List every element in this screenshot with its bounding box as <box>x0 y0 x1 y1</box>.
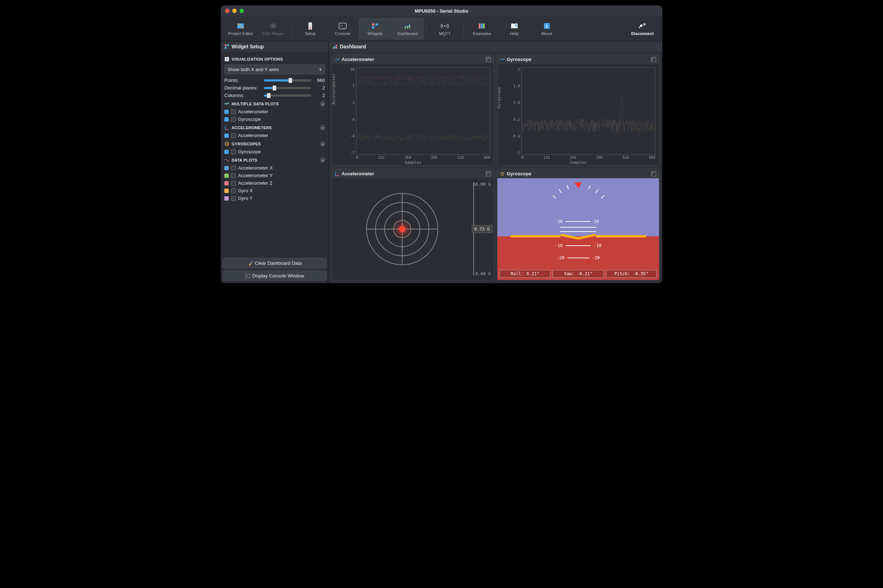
g-max-label: 16.00 G <box>472 182 491 187</box>
attitude-indicator: 1010 -10-10 -20-20 Roll: 0.21° Yaw: -0.2… <box>498 178 659 280</box>
axis-mode-dropdown[interactable]: Show both X and Y axes <box>224 64 325 74</box>
minimize-icon[interactable] <box>232 9 237 13</box>
pitch-mark <box>560 227 596 228</box>
points-slider-row: Points: 660 <box>221 76 328 84</box>
svg-text:>_: >_ <box>340 24 345 28</box>
broadcast-icon <box>440 22 450 30</box>
list-item[interactable]: Gyro X <box>221 187 328 194</box>
svg-line-34 <box>251 261 252 263</box>
g-value-readout: 0.73 G <box>472 225 492 233</box>
checkbox[interactable] <box>231 109 236 114</box>
card-header: Gyroscope <box>498 55 659 64</box>
disconnect-button[interactable]: Disconnect <box>626 18 659 40</box>
viz-options-header: VISUALIZATION OPTIONS <box>221 54 328 63</box>
color-swatch <box>224 189 229 193</box>
expand-icon[interactable] <box>651 57 656 62</box>
svg-rect-39 <box>336 45 337 49</box>
x-ticks: 0132264396528660 <box>521 156 655 160</box>
examples-button[interactable]: Examples <box>466 18 498 40</box>
display-console-button[interactable]: >_Display Console Window <box>223 270 327 281</box>
list-item[interactable]: Accelerometer Y <box>221 172 328 179</box>
wave-icon <box>224 158 229 162</box>
accelerometers-header: ACCELEROMETERS <box>221 123 328 132</box>
color-swatch <box>224 150 229 154</box>
checkbox[interactable] <box>231 196 236 201</box>
checkbox[interactable] <box>231 149 236 154</box>
expand-icon[interactable] <box>486 171 491 176</box>
separator <box>426 21 426 37</box>
about-button[interactable]: i About <box>531 18 563 40</box>
expand-icon[interactable] <box>486 57 491 62</box>
help-button[interactable]: Help <box>498 18 531 40</box>
terminal-icon: >_ <box>338 22 347 30</box>
color-swatch <box>224 110 229 114</box>
server-icon <box>306 22 315 30</box>
x-ticks: 0132264396528660 <box>356 156 490 160</box>
project-editor-button[interactable]: Project Editor <box>224 18 257 40</box>
checkbox[interactable] <box>231 117 236 122</box>
svg-line-23 <box>643 23 645 24</box>
mqtt-button[interactable]: MQTT <box>429 18 461 40</box>
svg-rect-16 <box>481 24 483 28</box>
color-swatch <box>224 166 229 170</box>
data-plots-header: DATA PLOTS <box>221 156 328 164</box>
visibility-toggle-icon[interactable] <box>320 158 325 163</box>
visibility-toggle-icon[interactable] <box>320 101 325 106</box>
zoom-icon[interactable] <box>240 9 244 13</box>
list-item[interactable]: Accelerometer Z <box>221 179 328 187</box>
checkbox[interactable] <box>231 166 236 171</box>
clear-dashboard-button[interactable]: Clear Dashboard Data <box>223 258 327 268</box>
setup-button[interactable]: Setup <box>294 18 327 40</box>
checkbox[interactable] <box>231 173 236 178</box>
svg-rect-10 <box>372 26 375 28</box>
list-item[interactable]: Accelerometer <box>221 132 328 139</box>
lines-icon <box>224 102 229 106</box>
decimals-slider[interactable] <box>264 87 311 89</box>
svg-text:i: i <box>546 24 547 29</box>
console-button[interactable]: >_ Console <box>327 18 359 40</box>
titlebar: MPU6050 - Serial Studio <box>221 5 662 16</box>
widgets-button[interactable]: Widgets <box>359 18 391 40</box>
checkbox[interactable] <box>231 188 236 194</box>
list-item[interactable]: Accelerometer <box>221 108 328 116</box>
points-slider[interactable] <box>264 80 311 81</box>
list-item[interactable]: Gyroscope <box>221 148 328 156</box>
pitch-mark: -20-20 <box>556 255 600 261</box>
svg-point-33 <box>225 143 229 145</box>
checkbox[interactable] <box>231 133 236 138</box>
csv-player-button[interactable]: CSV Player <box>257 18 289 40</box>
checkbox[interactable] <box>231 181 236 186</box>
columns-slider[interactable] <box>264 94 311 97</box>
sidebar-scroll[interactable]: VISUALIZATION OPTIONS Show both X and Y … <box>221 52 328 256</box>
gear-icon <box>224 57 229 62</box>
play-icon <box>268 22 278 30</box>
list-item[interactable]: Gyro Y <box>221 194 328 202</box>
columns-slider-row: Columns: 2 <box>221 92 328 99</box>
dashboard-button[interactable]: Dashboard <box>391 18 424 40</box>
visibility-toggle-icon[interactable] <box>320 125 325 130</box>
dashboard-header: Dashboard <box>329 42 662 52</box>
close-icon[interactable] <box>225 9 229 13</box>
card-header: Accelerometer <box>332 169 494 178</box>
chart-icon <box>403 22 412 30</box>
svg-rect-38 <box>334 46 336 49</box>
roll-readout: Roll: 0.21° <box>499 270 550 278</box>
color-swatch <box>224 134 229 138</box>
list-item[interactable]: Gyroscope <box>221 116 328 123</box>
widget-body: 16.00 G 0.73 G 0.00 G <box>332 178 494 280</box>
y-ticks: 10730-4-7 <box>346 68 355 155</box>
widgets-icon <box>224 44 229 49</box>
visibility-toggle-icon[interactable] <box>320 141 325 147</box>
svg-point-5 <box>309 27 311 29</box>
gyroscopes-header: GYROSCOPES <box>221 139 328 148</box>
radar-target <box>337 183 468 276</box>
expand-icon[interactable] <box>651 171 656 176</box>
sidebar-buttons: Clear Dashboard Data >_Display Console W… <box>221 256 328 283</box>
svg-rect-12 <box>407 26 408 28</box>
color-swatch <box>224 174 229 178</box>
axes-icon <box>224 125 229 130</box>
svg-rect-9 <box>375 24 378 26</box>
attitude-readout: Roll: 0.21° Yaw: -0.21° Pitch: -0.35° <box>499 270 657 278</box>
list-item[interactable]: Accelerometer X <box>221 164 328 172</box>
color-swatch <box>224 196 229 201</box>
